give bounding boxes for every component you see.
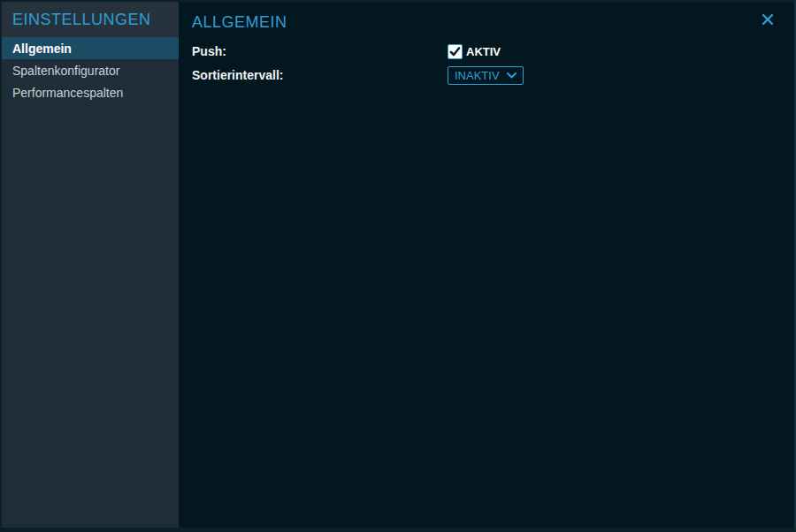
settings-form: Push: AKTIV Sortierintervall: — [192, 42, 794, 85]
main-panel: ALLGEMEIN Push: — [179, 2, 794, 528]
dropdown-selected-value: INAKTIV — [455, 69, 500, 82]
push-label: Push: — [192, 44, 448, 58]
close-button[interactable] — [758, 10, 777, 29]
close-icon — [762, 13, 774, 26]
push-checkbox[interactable] — [448, 44, 463, 59]
sidebar: EINSTELLUNGEN Allgemein Spaltenkonfigura… — [2, 2, 179, 528]
sortierintervall-label: Sortierintervall: — [192, 68, 448, 82]
sidebar-title: EINSTELLUNGEN — [2, 2, 179, 37]
page-title: ALLGEMEIN — [192, 13, 794, 31]
sidebar-item-spaltenkonfigurator[interactable]: Spaltenkonfigurator — [2, 59, 179, 81]
chevron-down-icon — [507, 72, 517, 79]
checkmark-icon — [449, 46, 461, 57]
form-row-push: Push: AKTIV — [192, 42, 794, 61]
sidebar-item-allgemein[interactable]: Allgemein — [2, 37, 179, 59]
form-row-sortierintervall: Sortierintervall: INAKTIV — [192, 65, 794, 85]
sidebar-nav: Allgemein Spaltenkonfigurator Performanc… — [2, 37, 179, 103]
settings-window: EINSTELLUNGEN Allgemein Spaltenkonfigura… — [0, 0, 796, 532]
sortierintervall-dropdown[interactable]: INAKTIV — [448, 66, 524, 85]
sidebar-item-performancespalten[interactable]: Performancespalten — [2, 81, 179, 103]
push-checkbox-label: AKTIV — [466, 45, 501, 58]
push-control: AKTIV — [448, 44, 501, 59]
sortierintervall-control: INAKTIV — [448, 66, 524, 85]
